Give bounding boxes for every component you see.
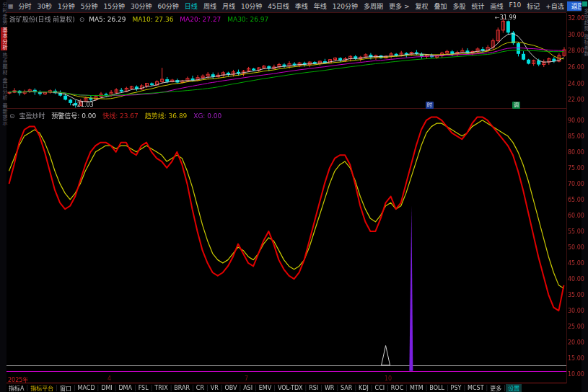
indicator-tab[interactable]: DMI [99,385,114,391]
period-tab[interactable]: 日线 [182,1,201,11]
toolbar-action[interactable]: +自选 [543,1,567,11]
indicator-tab[interactable]: FSL [136,385,151,391]
month-tick-label: 7 [245,375,248,382]
month-tick-label: 4 [107,375,111,382]
indicator-tab[interactable]: OBV [222,385,239,391]
indicator-tab[interactable]: CR [194,385,206,391]
indicator-tab[interactable]: EMV [257,385,273,391]
period-tab[interactable]: 更多 > [386,1,412,11]
toolbar-action[interactable]: 画线 [488,1,506,11]
axis-tick-label: 75.00 [568,165,587,172]
period-tab[interactable]: 分时 [16,1,35,11]
axis-tick-label: 85.00 [568,133,587,140]
indicator-chart-canvas[interactable] [6,110,566,383]
indicator-tab[interactable]: ROC [389,385,405,391]
axis-tick-label: 25.00 [568,324,587,330]
toolbar-right-group: 复权叠加多股统计画线F10标记+自选返回 [412,1,588,11]
toolbar-action[interactable]: 统计 [469,1,488,11]
ma20-value: MA20: 27.27 [180,16,225,23]
indicator-tab[interactable]: 窗口 [58,384,74,392]
trend-line-value: 趋势线: 36.89 [145,112,192,120]
period-tab[interactable]: 季线 [292,1,311,11]
period-tab[interactable]: 10分钟 [238,1,265,11]
axis-tick-label: 65.00 [568,197,587,203]
axis-tick-label: 32.00 [568,15,587,22]
indicator-tab[interactable]: 指标平台 [28,384,56,392]
indicator-tab[interactable]: VR [209,385,221,391]
period-tab[interactable]: 周线 [201,1,219,11]
period-tab[interactable]: 120分钟 [330,1,361,11]
toolbar-divider [6,12,566,13]
indicator-tab[interactable]: BRAR [172,385,192,391]
axis-tick-label: 80.00 [568,149,587,156]
period-tab[interactable]: 1分钟 [55,1,78,11]
toolbar-action[interactable]: F10 [506,1,525,11]
indicator-tab[interactable]: ASI [241,385,255,391]
indicator-tab[interactable]: CCI [373,385,387,391]
fast-line-value: 快线: 23.67 [102,112,143,120]
period-tabs: 分时30秒1分钟5分钟15分钟30分钟60分钟日线周线月线10分钟45日线季线年… [16,1,413,11]
axis-tick-label: 10.00 [568,371,587,378]
indicator-panel-title: ⊙ 宝盈炒时 预警信号: 0.00 快线: 23.67 趋势线: 36.89 X… [9,111,221,120]
candlestick-chart-canvas[interactable] [6,13,566,110]
stock-app-window: 分时走势基本分析热点题材盘口分析最新提示 ▦ 分时30秒1分钟5分钟15分钟30… [0,0,588,392]
period-tab[interactable]: 15分钟 [101,1,128,11]
indicator-name[interactable]: 宝盈炒时 [19,112,49,120]
axis-tick-label: 90.00 [568,117,587,124]
axis-tick-label: 24.00 [568,81,587,87]
menu-grid-icon[interactable]: ▦ [6,3,16,9]
indicator-tab[interactable]: DMA [116,385,134,391]
corner-badge-icon[interactable] [582,1,587,6]
month-tick-label: 10 [385,375,392,382]
toolbar-action[interactable]: 复权 [412,1,431,11]
axis-tick-label: 26.00 [568,64,587,71]
candle-panel-title: 浙矿股份(日线 前复权) ⊙ MA5: 26.29 MA10: 27.36 MA… [9,14,268,24]
xg-value: XG: 0.00 [193,112,221,120]
period-tab[interactable]: 30分钟 [128,1,154,11]
ma30-value: MA30: 26.97 [227,16,268,23]
axis-tick-label: 28.00 [568,48,587,54]
period-tab[interactable]: 多周期 [361,1,386,11]
indicator-tab[interactable]: 指标A [6,384,26,392]
indicator-tab[interactable]: RSI [307,385,320,391]
top-toolbar: ▦ 分时30秒1分钟5分钟15分钟30分钟60分钟日线周线月线10分钟45日线季… [6,0,582,12]
year-label: 2025年 [8,375,28,383]
axis-tick-label: 20.00 [568,339,587,346]
warn-signal-value: 预警信号: 0.00 [51,112,100,120]
indicator-tab[interactable]: 更多 [488,384,504,392]
indicator-tab[interactable]: SAR [338,385,354,391]
period-tab[interactable]: 5分钟 [78,1,101,11]
indicator-tab[interactable]: TRIX [152,385,170,391]
indicator-tab[interactable]: PSY [449,385,464,391]
chart-mini-badge[interactable]: 时 [426,102,434,109]
period-tab[interactable]: 30秒 [35,1,55,11]
axis-tick-label: 55.00 [568,228,587,235]
axis-tick-label: 60.00 [568,213,587,219]
indicator-tab[interactable]: KDJ [356,385,371,391]
indicator-tab-bar: 指标A|指标平台|窗口|MACD|DMI|DMA|FSL|TRIX|BRAR|C… [6,384,582,392]
settings-button[interactable]: 设置 [506,384,522,392]
axis-tick-label: 40.00 [568,276,587,282]
chart-mini-badge[interactable]: 调 [512,102,520,109]
period-tab[interactable]: 45日线 [265,1,291,11]
stock-name-label[interactable]: 浙矿股份(日线 前复权) [9,16,75,23]
toolbar-action[interactable]: 标记 [524,1,543,11]
period-tab[interactable]: 月线 [219,1,238,11]
date-axis: 2025年 4710 [6,375,566,383]
indicator-tab[interactable]: VOL-TDX [276,385,305,391]
panel-divider [6,108,566,109]
indicator-gear-icon[interactable]: ⊙ [77,16,87,23]
indicator-settings-icon[interactable]: ⊙ [9,112,17,120]
toolbar-action[interactable]: 多股 [449,1,468,11]
indicator-tab[interactable]: BOLL [427,385,447,391]
period-tab[interactable]: 60分钟 [154,1,181,11]
period-tab[interactable]: 年线 [311,1,330,11]
ma10-value: MA10: 27.36 [132,16,177,23]
indicator-tab[interactable]: MTM [408,385,426,391]
indicator-tab[interactable]: MCST [465,385,486,391]
right-sidebar: 多空趋势指标参数 [582,0,588,392]
toolbar-action[interactable]: 叠加 [431,1,449,11]
indicator-tab[interactable]: MACD [76,385,97,391]
axis-tick-label: 50.00 [568,244,587,251]
indicator-tab[interactable]: WR [322,385,336,391]
